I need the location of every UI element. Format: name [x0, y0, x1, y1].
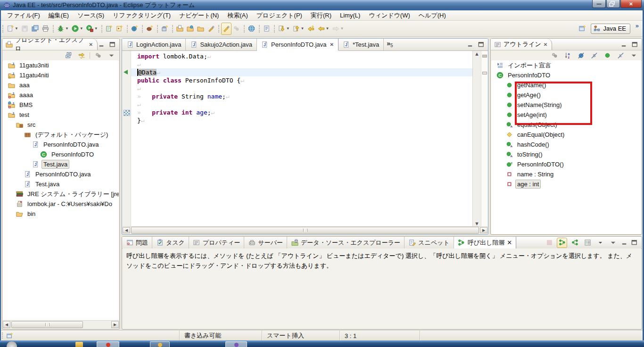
history-dropdown-button[interactable] [595, 238, 605, 248]
scroll-left-icon[interactable]: ◀ [123, 227, 130, 233]
view-menu-button[interactable] [628, 50, 639, 62]
open-perspective-button[interactable] [578, 23, 588, 35]
hide-static-button[interactable]: S [589, 50, 599, 62]
scroll-left-icon[interactable]: ◀ [3, 321, 10, 328]
taskbar-app-3[interactable] [225, 341, 247, 347]
menu-4[interactable]: ナビゲート(N) [175, 10, 223, 21]
tree-item-personinfodto-java[interactable]: JPersonInfoDTO.java [3, 169, 119, 179]
minimize-bottom-view-icon[interactable] [620, 239, 628, 247]
prev-annotation-dropdown-icon[interactable]: ▼ [301, 26, 305, 31]
close-button[interactable]: ✕ [620, 0, 642, 8]
outline-item-equals-object-[interactable]: equals(Object) [491, 120, 641, 130]
outline-item-personinfodto-[interactable]: cPersonInfoDTO() [491, 159, 641, 169]
outline-item-canequal-object-[interactable]: canEqual(Object) [491, 130, 641, 140]
taskbar-app-1[interactable] [97, 341, 119, 347]
bottom-tab-2[interactable]: プロパティー [189, 237, 245, 248]
next-annotation-button[interactable]: ▼ [277, 23, 291, 35]
maximize-bottom-view-icon[interactable] [630, 239, 638, 247]
bottom-tab-3[interactable]: サーバー [244, 237, 287, 248]
editor-vscrollbar[interactable]: ▲ ▼ [472, 51, 481, 226]
gutter-occurrence-marker-icon[interactable] [124, 110, 130, 116]
save-button[interactable] [20, 23, 30, 35]
close-view-icon[interactable]: ✕ [89, 42, 93, 47]
last-edit-location-button[interactable] [306, 23, 316, 35]
debug-button[interactable]: ▼ [56, 23, 70, 35]
tree-item--[interactable]: (デフォルト・パッケージ) [3, 130, 119, 140]
editor-tab-overflow[interactable]: »5 [384, 39, 396, 50]
bottom-tab-5[interactable]: スニペット [405, 237, 454, 248]
outline-item--[interactable]: インポート宣言 [491, 60, 641, 70]
new-jsp-button[interactable] [115, 23, 125, 35]
maximize-view-icon[interactable] [108, 41, 116, 48]
menu-0[interactable]: ファイル(F) [3, 10, 44, 21]
editor-tab-personinfodto-java[interactable]: JPersonInfoDTO.java✕ [257, 39, 339, 50]
start-orb-icon[interactable] [7, 341, 17, 347]
next-annotation-dropdown-icon[interactable]: ▼ [286, 26, 290, 31]
tree-item-lombok-jar-c-users-saki-do[interactable]: lombok.jar - C:¥Users¥saki¥Do [3, 199, 119, 209]
web-browser-button[interactable] [247, 23, 257, 35]
perspective-java-ee-button[interactable]: Java EE [591, 24, 630, 34]
tree-item-personinfodto-java[interactable]: JPersonInfoDTO.java [3, 140, 119, 149]
new-wizard-button[interactable]: ▼ [5, 23, 20, 35]
toolbar-overflow-chevron[interactable]: » [636, 22, 639, 29]
menu-7[interactable]: 実行(R) [306, 10, 336, 21]
tree-item-test[interactable]: Jtest [3, 110, 119, 120]
restore-button[interactable] [606, 0, 620, 8]
close-view-icon[interactable]: ✕ [507, 239, 512, 246]
menu-2[interactable]: ソース(S) [73, 10, 108, 21]
hide-non-public-button[interactable] [602, 50, 612, 62]
menu-9[interactable]: ウィンドウ(W) [364, 10, 414, 21]
tree-item-bin[interactable]: bin [3, 209, 119, 219]
back-button[interactable]: ▼ [316, 23, 331, 35]
open-plugin-button[interactable] [196, 23, 206, 35]
tree-item-test-java[interactable]: JTest.java [3, 179, 119, 189]
hide-fields-button[interactable] [576, 50, 586, 62]
tab-outline[interactable]: アウトライン ✕ [491, 39, 552, 50]
menu-6[interactable]: プロジェクト(P) [252, 10, 306, 21]
outline-item-personinfodto[interactable]: CPersonInfoDTO [491, 70, 641, 80]
scroll-right-icon[interactable]: ▶ [480, 227, 487, 233]
occurrence-filter-button[interactable] [231, 23, 242, 35]
tree-item-bms[interactable]: JBMS [3, 100, 119, 110]
taskbar-app-2[interactable] [150, 341, 170, 347]
menu-1[interactable]: 編集(E) [44, 10, 73, 21]
code-editor[interactable]: import lombok.Data;↵↵@Data↵public class … [131, 51, 472, 226]
print-button[interactable] [41, 23, 51, 35]
mark-occurrences-button[interactable] [221, 23, 231, 35]
fast-view-icon[interactable] [6, 332, 13, 339]
taskbar-folder-icon[interactable] [75, 342, 83, 347]
new-wizard-dropdown-icon[interactable]: ▼ [15, 26, 18, 31]
editor-hscrollbar[interactable]: ◀ ▶ [123, 226, 487, 234]
outline-item-getname-[interactable]: getName() [491, 80, 641, 90]
run-button[interactable]: ▼ [70, 23, 85, 35]
close-tab-icon[interactable]: ✕ [330, 42, 334, 47]
bottom-tab-6[interactable]: 呼び出し階層✕ [454, 237, 517, 248]
editor-tab--test-java[interactable]: J*Test.java [339, 39, 384, 50]
show-list-button[interactable] [582, 238, 593, 248]
minimize-button[interactable]: — [592, 0, 606, 8]
gutter-marker-triangle-icon[interactable] [124, 70, 128, 74]
customize-view-button[interactable] [93, 50, 103, 62]
view-menu-button[interactable] [106, 50, 116, 62]
project-explorer-hscrollbar[interactable]: ◀ ▶ [3, 320, 119, 329]
bottom-tab-0[interactable]: 問題 [122, 237, 152, 248]
outline-item-name-string[interactable]: name : String [491, 169, 641, 179]
new-connector-button[interactable] [160, 23, 170, 35]
menu-10[interactable]: ヘルプ(H) [414, 10, 450, 21]
format-button[interactable] [206, 23, 216, 35]
prev-annotation-button[interactable]: ▼ [291, 23, 306, 35]
forward-button[interactable]: ▼ [330, 23, 345, 35]
view-menu-button[interactable] [608, 238, 618, 248]
minimize-view-icon[interactable] [98, 41, 105, 48]
sort-button[interactable]: az [562, 50, 573, 62]
close-view-icon[interactable]: ✕ [544, 42, 547, 47]
tree-item-jre-jre[interactable]: JRE システム・ライブラリー [jre [3, 189, 119, 199]
scroll-right-icon[interactable]: ▶ [111, 321, 119, 328]
open-type-button[interactable] [175, 23, 185, 35]
scroll-thumb[interactable] [11, 321, 83, 328]
overview-mark[interactable] [482, 72, 487, 74]
tree-item-test-java[interactable]: JTest.java [3, 159, 119, 169]
scroll-thumb[interactable] [131, 227, 479, 234]
outline-item-hashcode-[interactable]: hashCode() [491, 140, 641, 149]
tree-item-personinfodto[interactable]: CPersonInfoDTO [3, 149, 119, 159]
